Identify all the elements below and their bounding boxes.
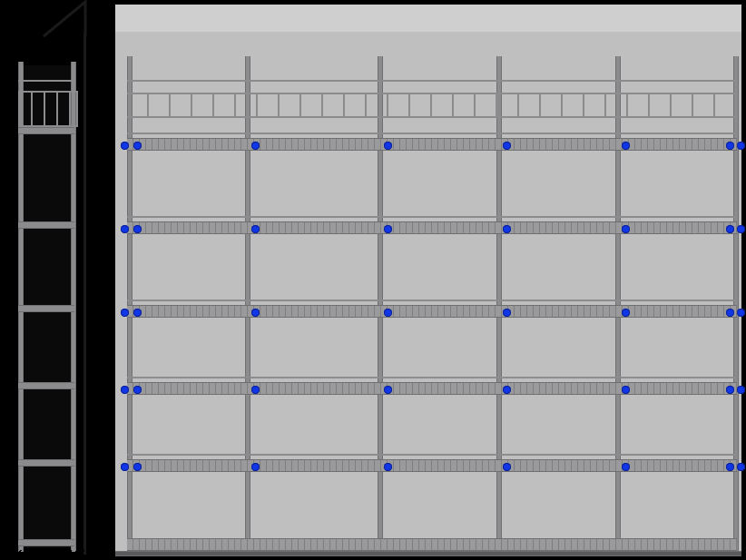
spigot (496, 56, 502, 64)
anchor-tie (622, 142, 630, 150)
anchor-tie (251, 225, 260, 233)
deck-side (18, 305, 74, 312)
anchor-tie (384, 225, 392, 233)
deck-row (127, 459, 737, 472)
anchor-tie (503, 309, 511, 317)
deck-row (127, 305, 737, 318)
anchor-tie (622, 225, 630, 233)
base-ledger (115, 551, 741, 556)
anchor-tie (726, 225, 734, 233)
anchor-tie (121, 309, 129, 317)
anchor-tie (121, 142, 129, 150)
spigot (733, 56, 739, 64)
top-rail-side (18, 80, 74, 82)
anchor-tie (133, 386, 142, 394)
anchor-tie (726, 142, 734, 150)
anchor-tie (737, 225, 745, 233)
deck-row (127, 382, 737, 395)
guardrail-run (127, 93, 737, 118)
anchor-tie (503, 386, 511, 394)
anchor-tie (622, 386, 630, 394)
ledger (127, 300, 737, 301)
anchor-tie (251, 142, 260, 150)
deck-side (18, 459, 74, 467)
deck-side (18, 221, 74, 229)
anchor-tie (384, 142, 392, 150)
anchor-tie (726, 463, 734, 471)
deck-side (18, 382, 74, 389)
spigot (245, 56, 250, 64)
anchor-tie (384, 309, 392, 317)
deck-row-base (127, 538, 737, 551)
anchor-tie (133, 225, 142, 233)
anchor-tie (384, 463, 392, 471)
deck-side (18, 539, 74, 546)
anchor-tie (133, 309, 142, 317)
anchor-tie (737, 463, 745, 471)
anchor-tie (133, 463, 142, 471)
anchor-tie (251, 386, 260, 394)
deck-side (18, 127, 74, 134)
ground-hatch (7, 550, 89, 557)
anchor-tie (737, 386, 745, 394)
anchor-tie (737, 309, 745, 317)
spigot (615, 56, 621, 64)
deck-row (127, 221, 737, 234)
deck-row (127, 138, 737, 151)
building-line-side (83, 33, 86, 555)
anchor-tie (726, 309, 734, 317)
spigot (127, 56, 133, 64)
anchor-tie (384, 386, 392, 394)
scaffold-diagram (0, 0, 746, 560)
anchor-tie (121, 463, 129, 471)
guardrail-side (18, 91, 78, 127)
anchor-tie (503, 225, 511, 233)
anchor-tie (121, 225, 129, 233)
ledger (127, 454, 737, 456)
roof-line-icon (40, 0, 89, 40)
building-wall-front (115, 5, 741, 555)
ledger (127, 133, 737, 134)
top-rail (127, 80, 737, 82)
anchor-tie (251, 463, 260, 471)
parapet-band (115, 5, 741, 32)
anchor-tie (622, 463, 630, 471)
ledger (127, 216, 737, 218)
anchor-tie (737, 142, 745, 150)
anchor-tie (726, 386, 734, 394)
anchor-tie (251, 309, 260, 317)
anchor-tie (503, 142, 511, 150)
anchor-tie (503, 463, 511, 471)
anchor-tie (622, 309, 630, 317)
anchor-tie (133, 142, 142, 150)
anchor-tie (121, 386, 129, 394)
ledger (127, 377, 737, 378)
spigot (378, 56, 383, 64)
